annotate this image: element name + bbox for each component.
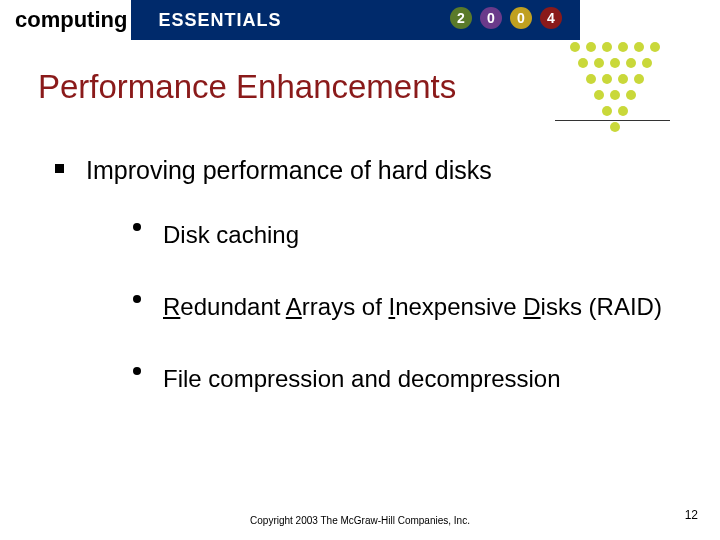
bullet-text: Improving performance of hard disks	[86, 154, 492, 187]
list-item: Redundant Arrays of Inexpensive Disks (R…	[133, 285, 680, 329]
copyright-text: Copyright 2003 The McGraw-Hill Companies…	[210, 515, 510, 526]
title-rule	[555, 120, 670, 121]
list-item: Disk caching	[133, 213, 680, 257]
page-number: 12	[685, 508, 698, 522]
bullet-text: File compression and decompression	[163, 357, 561, 401]
year-digit-0b: 0	[510, 7, 532, 29]
year-badges: 2 0 0 4	[450, 7, 562, 29]
list-item: File compression and decompression	[133, 357, 680, 401]
bullet-icon	[133, 295, 141, 303]
bullet-icon	[133, 223, 141, 231]
brand-essentials: ESSENTIALS	[158, 10, 281, 31]
slide-title: Performance Enhancements	[38, 68, 720, 106]
brand-computing: computing	[0, 0, 131, 40]
content-area: Improving performance of hard disks Disk…	[55, 154, 680, 402]
bullet-icon	[55, 164, 64, 173]
bullet-text: Redundant Arrays of Inexpensive Disks (R…	[163, 285, 662, 329]
year-digit-2: 2	[450, 7, 472, 29]
list-item: Improving performance of hard disks	[55, 154, 680, 187]
year-digit-4: 4	[540, 7, 562, 29]
bullet-text: Disk caching	[163, 213, 299, 257]
bullet-icon	[133, 367, 141, 375]
year-digit-0a: 0	[480, 7, 502, 29]
header-bar: computing ESSENTIALS 2 0 0 4	[0, 0, 580, 40]
sub-list: Disk caching Redundant Arrays of Inexpen…	[133, 213, 680, 402]
